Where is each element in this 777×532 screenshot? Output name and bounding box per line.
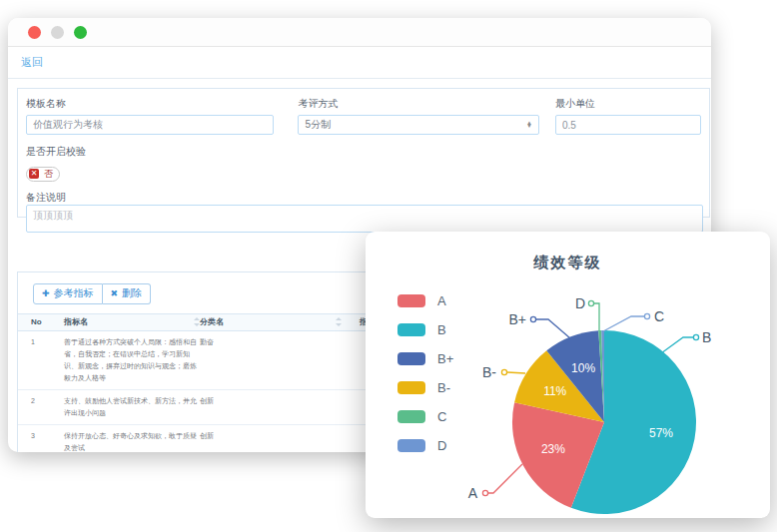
pie-percent-label: 10% — [571, 361, 595, 375]
template-name-input[interactable] — [26, 115, 274, 135]
method-label: 考评方式 — [298, 97, 539, 111]
row-indicator: 支持、鼓励他人尝试新技术、新方法，并允许出现小问题 — [64, 390, 200, 424]
callout-dot-icon — [501, 369, 506, 374]
validation-toggle[interactable]: ✕ 否 — [26, 167, 60, 182]
callout-line — [536, 319, 570, 338]
pie-chart: 57%23%11%10%BCDB+B-A — [366, 232, 770, 518]
callout-line — [488, 464, 522, 493]
sort-icon[interactable] — [194, 317, 200, 326]
callout-line — [603, 316, 644, 331]
add-indicator-button[interactable]: ✚ 参考指标 — [33, 283, 103, 304]
delete-button[interactable]: ✖ 删除 — [103, 283, 152, 304]
close-traffic-light-icon[interactable] — [28, 26, 41, 39]
back-link[interactable]: 返回 — [21, 55, 43, 70]
plus-icon: ✚ — [42, 288, 50, 298]
row-category: 勤奋 — [200, 331, 346, 389]
select-stepper-icon: ▲▼ — [526, 122, 532, 128]
row-no: 3 — [18, 425, 64, 453]
minimize-traffic-light-icon[interactable] — [51, 26, 64, 39]
min-unit-label: 最小单位 — [555, 97, 701, 111]
pie-outer-label: C — [654, 308, 664, 324]
window-titlebar — [8, 18, 711, 47]
form-panel: 模板名称 考评方式 5分制 ▲▼ 最小单位 — [17, 88, 710, 218]
screenshot-stage: 返回 模板名称 考评方式 5分制 ▲▼ — [0, 0, 777, 532]
table-toolbar: ✚ 参考指标 ✖ 删除 — [33, 283, 151, 304]
callout-dot-icon — [530, 316, 535, 321]
remark-label: 备注说明 — [26, 192, 66, 203]
col-no-header[interactable]: No — [18, 317, 64, 326]
performance-modal: 绩效等级 ABB+B-CD 57%23%11%10%BCDB+B-A — [366, 232, 770, 518]
method-select[interactable]: 5分制 ▲▼ — [298, 115, 539, 135]
pie-percent-label: 23% — [541, 442, 565, 456]
callout-dot-icon — [482, 490, 487, 495]
callout-dot-icon — [588, 300, 593, 305]
remark-textarea[interactable]: 顶顶顶顶 — [26, 205, 703, 233]
toggle-state-text: 否 — [44, 168, 53, 181]
row-indicator: 善于通过各种方式突破个人局限：感悟和自省，自我否定；在错误中总结，学习新知识、新… — [64, 331, 200, 389]
row-no: 2 — [18, 390, 64, 424]
row-indicator: 保持开放心态、好奇心及求知欲，敢于质疑及尝试 — [64, 425, 200, 453]
row-no: 1 — [18, 331, 64, 389]
x-icon: ✖ — [111, 288, 119, 298]
pie-outer-label: B — [702, 329, 711, 345]
method-select-value: 5分制 — [305, 118, 331, 132]
callout-line — [594, 303, 599, 331]
validation-label: 是否开启校验 — [26, 146, 86, 157]
sort-icon[interactable] — [336, 317, 342, 326]
pie-outer-label: B- — [482, 364, 496, 380]
toggle-x-icon: ✕ — [29, 169, 39, 179]
pie-outer-label: A — [468, 485, 478, 501]
col-category-header[interactable]: 分类名 — [200, 316, 346, 327]
template-name-label: 模板名称 — [26, 97, 274, 111]
maximize-traffic-light-icon[interactable] — [74, 26, 87, 39]
callout-dot-icon — [693, 334, 698, 339]
row-category: 创新 — [200, 425, 346, 453]
col-indicator-header[interactable]: 指标名 — [64, 316, 200, 327]
row-category: 创新 — [200, 390, 346, 424]
back-row: 返回 — [8, 47, 711, 79]
pie-percent-label: 57% — [649, 426, 673, 440]
callout-line — [661, 337, 693, 353]
min-unit-input[interactable] — [555, 115, 701, 135]
pie-percent-label: 11% — [543, 384, 566, 398]
callout-dot-icon — [644, 313, 649, 318]
pie-outer-label: B+ — [508, 311, 526, 327]
pie-outer-label: D — [575, 295, 585, 311]
callout-line — [507, 372, 525, 373]
